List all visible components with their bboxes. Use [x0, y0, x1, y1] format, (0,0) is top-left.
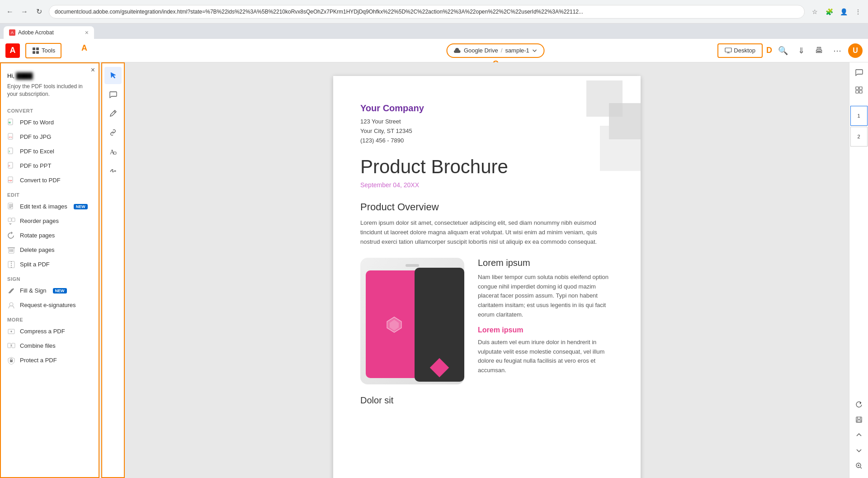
convert-pdf-icon: PDF: [7, 176, 15, 185]
svg-text:JPG: JPG: [9, 136, 12, 138]
combine-label: Combine files: [20, 342, 56, 349]
sidebar-item-split[interactable]: Split a PDF: [1, 257, 99, 272]
edit-text-new-badge: NEW: [74, 204, 88, 209]
sidebar-item-convert-pdf[interactable]: PDF Convert to PDF: [1, 173, 99, 188]
app-header: A Tools A Google Drive / sample-1 C: [0, 39, 868, 62]
greeting-text: Hi,: [7, 72, 14, 79]
protect-label: Protect a PDF: [20, 357, 57, 364]
pdf-excel-icon: X: [7, 147, 15, 156]
svg-rect-0: [33, 47, 35, 50]
edit-text-icon: [7, 203, 15, 211]
tab-close-button[interactable]: ×: [85, 29, 89, 36]
forward-button[interactable]: →: [18, 5, 31, 18]
product-subtitle2: Lorem ipsum: [478, 326, 613, 334]
pdf-jpg-label: PDF to JPG: [20, 133, 51, 140]
tools-label: Tools: [42, 47, 55, 54]
sidebar-close-button[interactable]: ×: [91, 66, 95, 74]
print-button[interactable]: 🖶: [812, 43, 826, 58]
document-page: Your Company 123 Your Street Your City, …: [333, 76, 641, 478]
edit-text-label: Edit text & images: [20, 203, 67, 210]
breadcrumb-bar[interactable]: Google Drive / sample-1: [447, 43, 545, 58]
extension-button[interactable]: 🧩: [823, 5, 835, 18]
sidebar-item-protect[interactable]: Protect a PDF: [1, 353, 99, 368]
doc-date: September 04, 20XX: [360, 181, 613, 189]
text-tool-button[interactable]: A: [104, 143, 122, 160]
sidebar-item-pdf-excel[interactable]: X PDF to Excel: [1, 144, 99, 159]
sidebar-item-pdf-jpg[interactable]: JPG PDF to JPG: [1, 130, 99, 144]
more-options-button[interactable]: ⋯: [830, 43, 844, 58]
adobe-logo: A: [5, 43, 20, 58]
zoom-in-button[interactable]: [852, 459, 866, 473]
header-breadcrumb-area: Google Drive / sample-1 C: [447, 43, 545, 58]
pencil-icon: [109, 109, 117, 118]
phone-notch: [406, 264, 419, 267]
chevron-down-icon: [856, 447, 862, 454]
select-tool-button[interactable]: [104, 67, 122, 84]
tools-tab[interactable]: Tools: [25, 43, 61, 58]
draw-tool-button[interactable]: [104, 105, 122, 122]
svg-rect-41: [856, 87, 859, 90]
page-num-2: 2: [857, 134, 860, 139]
sidebar-item-combine[interactable]: Combine files: [1, 339, 99, 353]
desktop-label: Desktop: [734, 47, 755, 54]
svg-rect-19: [8, 218, 11, 222]
desktop-button[interactable]: Desktop: [717, 43, 763, 58]
decorative-shapes: [550, 76, 641, 175]
fill-sign-label: Fill & Sign: [20, 287, 47, 294]
search-button[interactable]: 🔍: [776, 43, 790, 58]
signature-icon: [109, 166, 117, 175]
sidebar-item-pdf-word[interactable]: W PDF to Word: [1, 115, 99, 130]
e-sig-icon: [7, 301, 15, 309]
tab-bar: A Adobe Acrobat ×: [0, 24, 868, 39]
section1-body: Lorem ipsum dolor sit amet, consectetuer…: [360, 218, 613, 246]
grid-view-button[interactable]: [852, 83, 866, 97]
link-tool-button[interactable]: [104, 124, 122, 141]
address-bar[interactable]: [49, 5, 805, 19]
svg-text:PDF: PDF: [9, 180, 13, 182]
svg-rect-1: [36, 47, 39, 50]
avatar[interactable]: U: [848, 43, 863, 58]
cloud-icon: [454, 47, 461, 54]
page-num-1: 1: [857, 113, 860, 118]
sidebar-item-delete[interactable]: Delete pages: [1, 243, 99, 257]
fill-sign-new-badge: NEW: [53, 288, 67, 293]
scroll-down-button[interactable]: [852, 444, 866, 457]
sidebar-item-compress[interactable]: Compress a PDF: [1, 324, 99, 339]
sidebar-item-rotate[interactable]: Rotate pages: [1, 228, 99, 243]
bookmark-button[interactable]: ☆: [808, 5, 821, 18]
scroll-up-button[interactable]: [852, 428, 866, 442]
svg-rect-42: [859, 87, 862, 90]
sidebar-item-reorder[interactable]: Reorder pages: [1, 214, 99, 228]
section-label-convert: CONVERT: [1, 104, 99, 115]
address-line1: 123 Your Street: [360, 118, 401, 125]
text-a-icon: A: [109, 147, 117, 156]
zoom-reset-button[interactable]: [852, 398, 866, 411]
download-button[interactable]: ⇓: [794, 43, 808, 58]
pdf-excel-label: PDF to Excel: [20, 148, 54, 155]
tool-panel: A B: [101, 62, 125, 478]
back-button[interactable]: ←: [4, 5, 16, 18]
comment-tool-button[interactable]: [104, 86, 122, 103]
svg-line-48: [860, 467, 862, 469]
active-tab[interactable]: A Adobe Acrobat ×: [4, 26, 94, 39]
signature-tool-button[interactable]: [104, 162, 122, 179]
label-a: A: [81, 43, 87, 53]
comment-panel-button[interactable]: [852, 66, 866, 80]
page-thumb-1[interactable]: 1: [850, 106, 868, 126]
more-button[interactable]: ⋮: [852, 5, 864, 18]
sidebar-item-pdf-ppt[interactable]: P PDF to PPT: [1, 159, 99, 173]
sidebar-item-edit-text[interactable]: Edit text & images NEW: [1, 199, 99, 214]
reload-button[interactable]: ↻: [33, 5, 45, 18]
address-line2: Your City, ST 12345: [360, 128, 412, 134]
profile-button[interactable]: 👤: [837, 5, 850, 18]
breadcrumb-file: sample-1: [505, 47, 529, 54]
speech-bubble-icon: [855, 69, 863, 77]
page-thumb-2[interactable]: 2: [850, 127, 868, 147]
sidebar-item-fill-sign[interactable]: Fill & Sign NEW: [1, 284, 99, 298]
cursor-icon: [109, 71, 117, 80]
product-subtitle: Lorem ipsum: [478, 258, 613, 268]
save-button[interactable]: [852, 413, 866, 426]
sidebar-item-e-sig[interactable]: Request e-signatures: [1, 298, 99, 312]
zoom-in-icon: [855, 462, 863, 469]
reorder-icon: [7, 217, 15, 225]
